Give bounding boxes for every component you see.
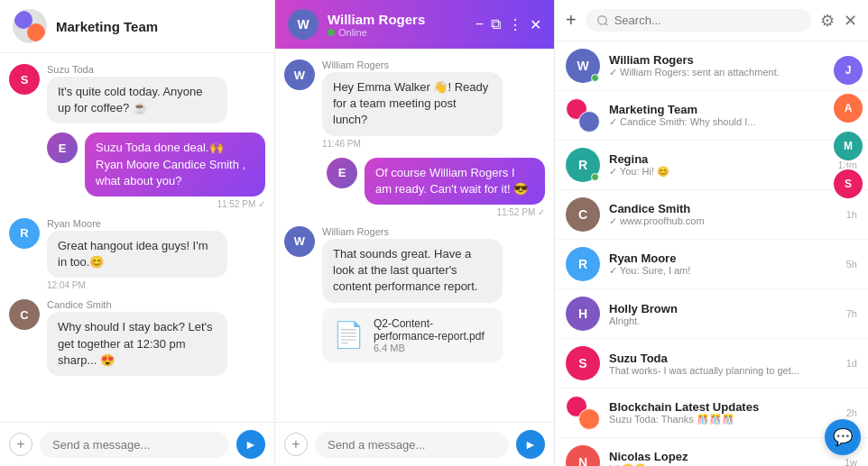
message-bubble: Great hangout idea guys! I'm in too.😊 xyxy=(47,231,227,278)
contact-item[interactable]: Blockchain Latest Updates Suzu Toda: Tha… xyxy=(555,388,868,438)
left-attach-button[interactable]: + xyxy=(9,433,32,456)
right-panel: + ⚙ ✕ W William Rogers ✓ William Rogers:… xyxy=(555,0,868,466)
mid-contact-status: Online xyxy=(328,27,466,38)
file-name: Q2-Content-performance-report.pdf xyxy=(374,317,492,343)
bottom-chat-button[interactable]: 💬 xyxy=(825,419,861,455)
side-avatar[interactable]: M xyxy=(832,130,864,162)
svg-line-1 xyxy=(605,23,607,25)
contact-name: Ryan Moore xyxy=(609,251,837,265)
search-input[interactable] xyxy=(614,14,800,27)
contact-info: Regina ✓ You: Hi! 😊 xyxy=(609,152,829,178)
mid-message-input[interactable] xyxy=(315,432,509,458)
left-messages-area: SSuzu TodaIt's quite cold today. Anyone … xyxy=(0,53,274,422)
contact-item[interactable]: C Candice Smith ✓ www.proofhub.com 1h xyxy=(555,190,868,240)
contact-info: Ryan Moore ✓ You: Sure, I am! xyxy=(609,251,837,277)
mid-panel: W William Rogers Online − ⧉ ⋮ ✕ WWilliam… xyxy=(275,0,555,466)
contact-preview: Suzu Toda: Thanks 🎊🎊🎊 xyxy=(609,414,837,425)
mid-header: W William Rogers Online − ⧉ ⋮ ✕ xyxy=(275,0,554,49)
side-avatars: JAMS xyxy=(828,0,868,254)
contact-name: Regina xyxy=(609,152,829,166)
group-avatar xyxy=(566,396,600,430)
status-text: Online xyxy=(338,27,367,38)
message-bubble-wrap: Suzu Toda done deal.🙌 Ryan Moore Candice… xyxy=(85,132,265,209)
contact-name: William Rogers xyxy=(609,53,835,67)
contact-avatar: C xyxy=(566,197,600,232)
contact-item[interactable]: Marketing Team ✓ Candice Smith: Why shou… xyxy=(555,91,868,141)
contact-avatar: R xyxy=(566,247,600,281)
contact-item[interactable]: W William Rogers ✓ William Rogers: sent … xyxy=(555,41,868,91)
contact-name: Marketing Team xyxy=(609,103,829,116)
contact-info: Blockchain Latest Updates Suzu Toda: Tha… xyxy=(609,400,837,425)
left-send-button[interactable]: ► xyxy=(236,430,265,459)
minimize-icon[interactable]: − xyxy=(476,16,484,32)
mid-contact-avatar: W xyxy=(288,9,319,40)
file-info: Q2-Content-performance-report.pdf 6.4 MB xyxy=(374,317,492,353)
contact-time: 1d xyxy=(846,358,857,369)
mid-send-button[interactable]: ► xyxy=(516,430,545,459)
file-attachment[interactable]: 📄 Q2-Content-performance-report.pdf 6.4 … xyxy=(322,308,503,362)
contact-avatar: R xyxy=(566,148,600,182)
side-avatar[interactable]: J xyxy=(832,54,864,87)
message-bubble-wrap: Ryan MooreGreat hangout idea guys! I'm i… xyxy=(47,218,227,290)
message-row: SSuzu TodaIt's quite cold today. Anyone … xyxy=(9,64,265,123)
left-header: Marketing Team xyxy=(0,0,274,53)
pdf-icon: 📄 xyxy=(333,320,365,350)
mid-input-area: + ► xyxy=(275,422,554,466)
contact-name: Nicolas Lopez xyxy=(609,450,836,463)
message-bubble-wrap: William RogersThat sounds great. Have a … xyxy=(322,226,503,362)
right-search-header: + ⚙ ✕ xyxy=(555,0,868,41)
message-bubble-wrap: Suzu TodaIt's quite cold today. Anyone u… xyxy=(47,64,227,123)
contact-avatar: W xyxy=(566,49,600,83)
expand-icon[interactable]: ⧉ xyxy=(491,16,501,32)
online-indicator xyxy=(591,173,599,181)
message-bubble: Why should I stay back? Let's get togeth… xyxy=(47,312,227,376)
contact-name: Candice Smith xyxy=(609,202,837,215)
mid-attach-button[interactable]: + xyxy=(284,433,308,456)
contact-info: Suzu Toda That works- I was actually pla… xyxy=(609,352,837,376)
contact-info: Holly Brown Alright. xyxy=(609,302,837,326)
message-bubble-wrap: Of course William Rogers I am ready. Can… xyxy=(365,158,545,217)
group-avatar-left xyxy=(13,9,47,43)
more-icon[interactable]: ⋮ xyxy=(508,16,522,33)
contact-item[interactable]: R Ryan Moore ✓ You: Sure, I am! 5h xyxy=(555,240,868,289)
close-icon[interactable]: ✕ xyxy=(530,16,541,33)
message-time: 11:52 PM ✓ xyxy=(85,199,265,209)
sender-name: Suzu Toda xyxy=(47,64,227,75)
message-avatar: E xyxy=(47,132,78,163)
contact-item[interactable]: H Holly Brown Alright. 7h xyxy=(555,289,868,339)
message-avatar: E xyxy=(327,158,357,188)
message-avatar: W xyxy=(284,59,315,90)
contact-item[interactable]: R Regina ✓ You: Hi! 😊 13m xyxy=(555,141,868,190)
mid-contact-name: William Rogers xyxy=(328,12,466,27)
contact-info: Nicolas Lopez lol 😎😎 xyxy=(609,450,836,466)
message-avatar: R xyxy=(9,218,40,249)
contact-preview: ✓ William Rogers: sent an attachment. xyxy=(609,67,835,78)
message-row: WWilliam RogersThat sounds great. Have a… xyxy=(284,226,545,362)
search-icon xyxy=(596,14,609,27)
message-bubble: It's quite cold today. Anyone up for cof… xyxy=(47,77,227,123)
sender-name: Candice Smith xyxy=(47,299,227,310)
contact-item[interactable]: N Nicolas Lopez lol 😎😎 1w xyxy=(555,438,868,466)
message-bubble: Of course William Rogers I am ready. Can… xyxy=(365,158,545,205)
sender-name: Ryan Moore xyxy=(47,218,227,229)
side-avatar[interactable]: A xyxy=(832,92,864,124)
contact-time: 1w xyxy=(845,457,857,466)
message-row: Of course William Rogers I am ready. Can… xyxy=(284,158,545,217)
contact-avatar: H xyxy=(566,297,600,331)
new-chat-icon[interactable]: + xyxy=(566,10,577,31)
left-message-input[interactable] xyxy=(40,432,229,458)
message-row: Suzu Toda done deal.🙌 Ryan Moore Candice… xyxy=(9,132,265,209)
side-avatar[interactable]: S xyxy=(832,168,864,200)
contact-name: Suzu Toda xyxy=(609,352,837,365)
contact-item[interactable]: S Suzu Toda That works- I was actually p… xyxy=(555,339,868,388)
online-dot xyxy=(328,29,335,36)
message-row: WWilliam RogersHey Emma Walker 👋! Ready … xyxy=(284,59,545,149)
mid-header-actions: − ⧉ ⋮ ✕ xyxy=(476,16,541,33)
contact-info: Marketing Team ✓ Candice Smith: Why shou… xyxy=(609,103,829,128)
svg-point-0 xyxy=(597,15,605,23)
message-avatar: C xyxy=(9,299,40,330)
message-bubble: Suzu Toda done deal.🙌 Ryan Moore Candice… xyxy=(85,132,265,196)
contact-preview: ✓ You: Sure, I am! xyxy=(609,265,837,277)
contact-preview: ✓ www.proofhub.com xyxy=(609,215,837,227)
contact-preview: Alright. xyxy=(609,315,837,326)
